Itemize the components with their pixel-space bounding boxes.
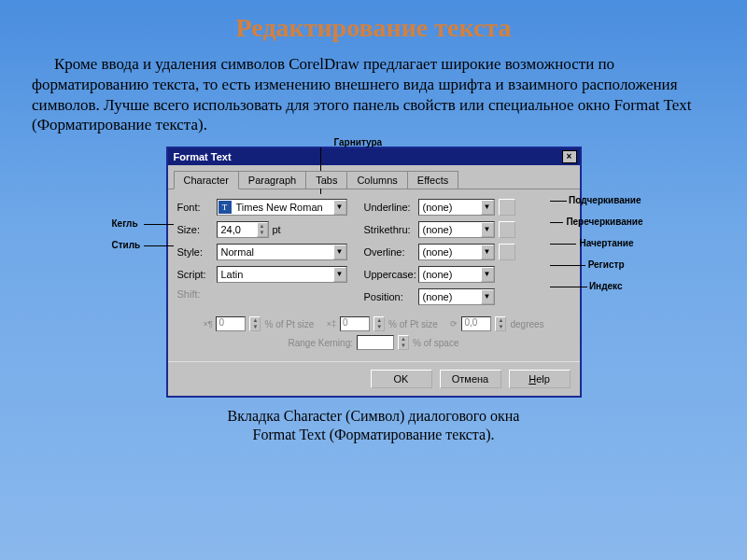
uppercase-label: Uppercase: — [364, 269, 415, 280]
strikethru-edit-button[interactable] — [499, 221, 515, 238]
page-title: Редактирование текста — [0, 0, 747, 43]
underline-edit-button[interactable] — [499, 199, 515, 216]
disabled-shift-area: ×¶ 0 ▲▼ % of Pt size ×‡ 0 ▲▼ % of Pt siz… — [168, 311, 580, 361]
right-column: Underline: (none) ▼ Strikethru: (none) ▼ — [364, 199, 515, 305]
style-combo[interactable]: Normal ▼ — [217, 244, 347, 260]
callout-registr: Регистр — [588, 259, 625, 270]
range-kerning-unit: % of space — [413, 338, 458, 348]
left-column: Font: T Times New Roman ▼ Size: 24,0 ▲▼ … — [177, 199, 347, 305]
format-text-dialog: Format Text × Character Paragraph Tabs C… — [166, 147, 582, 398]
chevron-down-icon[interactable]: ▼ — [333, 200, 346, 215]
chevron-down-icon[interactable]: ▼ — [481, 289, 494, 304]
range-kerning-label: Range Kerning: — [289, 338, 354, 348]
script-combo[interactable]: Latin ▼ — [217, 266, 347, 283]
font-value: Times New Roman — [233, 202, 333, 213]
callout-perecherk: Перечеркивание — [566, 217, 642, 227]
client-area: Font: T Times New Roman ▼ Size: 24,0 ▲▼ … — [168, 189, 580, 311]
rotate-unit: degrees — [510, 319, 543, 329]
chevron-down-icon[interactable]: ▼ — [333, 245, 346, 259]
strikethru-value: (none) — [419, 224, 481, 235]
size-unit: pt — [273, 224, 281, 235]
overline-edit-button[interactable] — [499, 244, 515, 260]
chevron-down-icon[interactable]: ▼ — [481, 222, 494, 237]
tab-tabs[interactable]: Tabs — [305, 171, 347, 189]
overline-value: (none) — [419, 246, 481, 258]
callout-line — [550, 265, 585, 266]
spinner: ▲▼ — [374, 316, 385, 331]
font-label: Font: — [177, 202, 213, 213]
chevron-down-icon[interactable]: ▼ — [481, 245, 494, 259]
uppercase-value: (none) — [419, 269, 481, 280]
spinner: ▲▼ — [398, 335, 409, 350]
position-combo[interactable]: (none) ▼ — [418, 288, 495, 305]
size-combo[interactable]: 24,0 ▲▼ — [217, 221, 269, 238]
underline-combo[interactable]: (none) ▼ — [418, 199, 495, 216]
ok-button[interactable]: OK — [371, 370, 432, 388]
callout-kegl: Кегль — [112, 218, 138, 229]
cancel-button[interactable]: Отмена — [440, 370, 501, 388]
underline-value: (none) — [419, 202, 481, 213]
spinner: ▲▼ — [249, 316, 261, 331]
dialog-title: Format Text — [174, 151, 232, 162]
shift-h-unit: % of Pt size — [264, 319, 314, 329]
size-value: 24,0 — [218, 224, 257, 235]
underline-label: Underline: — [364, 202, 415, 213]
figure: Гарнитура Кегль Стиль Подчеркивание Пере… — [110, 147, 638, 398]
truetype-icon: T — [218, 201, 232, 214]
range-kerning-value — [357, 335, 394, 350]
callout-line — [550, 244, 576, 245]
tab-character[interactable]: Character — [174, 171, 239, 189]
callout-line — [144, 224, 174, 225]
intro-paragraph: Кроме ввода и удаления символов CorelDra… — [0, 43, 747, 141]
font-combo[interactable]: T Times New Roman ▼ — [217, 199, 347, 216]
callout-stil: Стиль — [112, 240, 141, 250]
help-button[interactable]: Help — [509, 370, 571, 388]
shift-h-value: 0 — [216, 316, 246, 331]
shift-label: Shift: — [177, 288, 213, 300]
tab-columns[interactable]: Columns — [346, 171, 407, 189]
callout-nachert: Начертание — [579, 238, 633, 248]
position-value: (none) — [419, 291, 481, 302]
caption: Вкладка Character (Символ) диалогового о… — [0, 407, 747, 444]
size-spinner[interactable]: ▲▼ — [257, 222, 268, 237]
position-label: Position: — [364, 291, 415, 302]
chevron-down-icon[interactable]: ▼ — [481, 200, 494, 215]
style-label: Style: — [177, 246, 213, 258]
tab-paragraph[interactable]: Paragraph — [238, 171, 306, 189]
close-icon[interactable]: × — [562, 150, 577, 163]
strikethru-combo[interactable]: (none) ▼ — [418, 221, 495, 238]
callout-line — [144, 245, 174, 246]
chevron-down-icon[interactable]: ▼ — [481, 267, 494, 282]
overline-label: Overline: — [364, 246, 415, 258]
shift-v-value: 0 — [340, 316, 370, 331]
rotate-value: 0,0 — [461, 316, 491, 331]
spinner: ▲▼ — [495, 316, 506, 331]
shift-v-unit: % of Pt size — [388, 319, 438, 329]
script-label: Script: — [177, 269, 213, 280]
tabs: Character Paragraph Tabs Columns Effects — [168, 165, 580, 189]
titlebar: Format Text × — [168, 148, 580, 165]
script-value: Latin — [218, 269, 333, 280]
overline-combo[interactable]: (none) ▼ — [418, 244, 495, 260]
size-label: Size: — [177, 224, 213, 235]
tab-effects[interactable]: Effects — [407, 171, 458, 189]
callout-line — [550, 287, 587, 287]
chevron-down-icon[interactable]: ▼ — [333, 267, 346, 282]
callout-podcherk: Подчеркивание — [569, 195, 641, 205]
style-value: Normal — [218, 246, 333, 258]
callout-line — [550, 222, 563, 223]
callout-garnitura: Гарнитура — [334, 137, 383, 147]
callout-line — [550, 201, 567, 202]
strikethru-label: Strikethru: — [364, 224, 415, 235]
callout-indeks: Индекс — [589, 281, 623, 291]
uppercase-combo[interactable]: (none) ▼ — [418, 266, 495, 283]
button-row: OK Отмена Help — [168, 361, 580, 396]
